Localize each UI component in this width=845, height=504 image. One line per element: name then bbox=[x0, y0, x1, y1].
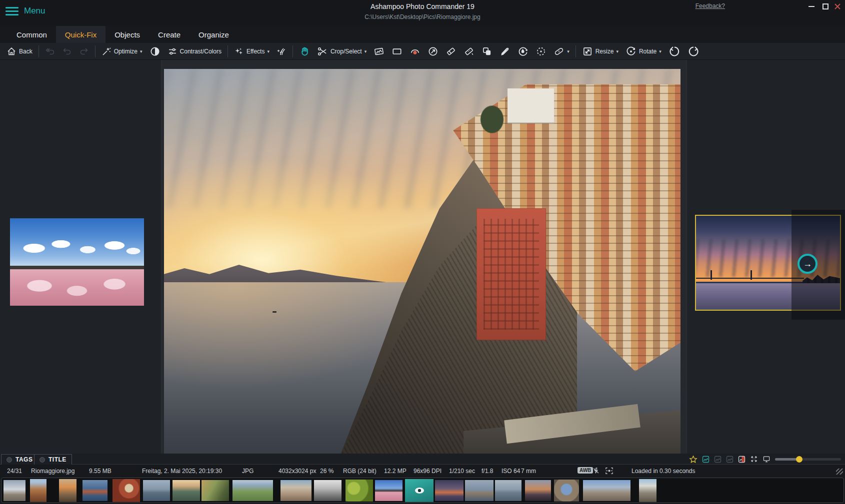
next-photo-arrow-button[interactable]: → bbox=[798, 254, 818, 274]
eraser-button[interactable] bbox=[442, 44, 460, 58]
current-photo-riomaggiore[interactable] bbox=[164, 69, 680, 457]
current-photo-eye-icon bbox=[415, 488, 424, 494]
clone-stamp-button[interactable] bbox=[478, 44, 496, 58]
thumb-floating-torii-gate[interactable] bbox=[143, 480, 170, 501]
thumb-stone-well-sky[interactable] bbox=[554, 480, 579, 502]
status-focal-length: 7 mm bbox=[521, 468, 536, 475]
chevron-down-icon bbox=[140, 49, 142, 54]
undo-all-icon bbox=[45, 46, 55, 56]
contrast-colors-button[interactable]: Contrast/Colors bbox=[164, 44, 225, 58]
filmstrip bbox=[1, 478, 844, 503]
tab-quick-fix[interactable]: Quick-Fix bbox=[56, 26, 106, 43]
flash-off-icon bbox=[592, 467, 600, 476]
quickfix-toolbar: Back Optimize bbox=[0, 43, 845, 60]
thumb-tree-branches[interactable] bbox=[202, 480, 229, 501]
view-mode-3-icon[interactable] bbox=[726, 456, 734, 463]
thumb-dusk-bay-bridge[interactable] bbox=[435, 480, 464, 501]
straighten-button[interactable] bbox=[370, 44, 388, 58]
monitor-icon[interactable] bbox=[762, 455, 770, 463]
back-button[interactable]: Back bbox=[3, 44, 36, 58]
redo-icon bbox=[79, 46, 89, 56]
undo-all-button[interactable] bbox=[42, 44, 58, 58]
contrast-icon bbox=[150, 46, 160, 57]
slider-knob[interactable] bbox=[796, 456, 802, 463]
thumb-rooftop-tower[interactable] bbox=[30, 479, 46, 502]
scissors-icon bbox=[317, 46, 328, 57]
thumb-bw-monastery[interactable] bbox=[314, 480, 342, 501]
thumbnail-size-slider[interactable] bbox=[775, 458, 841, 461]
view-mode-2-icon[interactable] bbox=[714, 456, 722, 463]
thumb-aerial-green-coast[interactable] bbox=[232, 480, 273, 501]
retouch-brush-button[interactable] bbox=[273, 44, 290, 58]
dotted-circle-icon bbox=[536, 46, 546, 57]
crop-select-button[interactable]: Crop/Select bbox=[314, 44, 370, 58]
maximize-button[interactable] bbox=[820, 1, 831, 11]
rect-select-button[interactable] bbox=[388, 44, 406, 58]
tags-toggle[interactable]: TAGS bbox=[1, 454, 38, 465]
thumb-alpine-lake-village[interactable] bbox=[465, 480, 494, 501]
red-eye-button[interactable] bbox=[406, 44, 424, 58]
rotate-left-button[interactable] bbox=[665, 44, 684, 58]
optimize-button[interactable]: Optimize bbox=[98, 44, 146, 58]
view-options-group bbox=[689, 454, 841, 464]
rotate-button[interactable]: Rotate bbox=[622, 44, 665, 58]
retouch-brush-icon bbox=[276, 46, 286, 56]
chevron-down-icon bbox=[567, 49, 570, 54]
saturation-dial-button[interactable] bbox=[514, 44, 532, 58]
title-bar: Menu Ashampoo Photo Commander 19 C:\User… bbox=[0, 0, 845, 26]
thumb-autumn-cityscape[interactable] bbox=[59, 479, 76, 502]
spot-area-button[interactable] bbox=[532, 44, 550, 58]
healing-patch-button[interactable] bbox=[550, 44, 573, 58]
thumb-mosaic-plates[interactable] bbox=[112, 479, 140, 502]
thumb-cloudy-coast-town[interactable] bbox=[4, 480, 26, 501]
thumb-lakeside-red-cottages[interactable] bbox=[82, 480, 108, 501]
thumb-pink-lake[interactable] bbox=[375, 480, 402, 501]
status-filename: Riomaggiore.jpg bbox=[31, 468, 74, 475]
rotate-ccw-icon bbox=[668, 45, 680, 57]
thumb-current-photo-selected[interactable] bbox=[405, 479, 434, 502]
undo-button[interactable] bbox=[58, 44, 76, 58]
favorite-star-icon[interactable] bbox=[689, 455, 698, 464]
previous-photo-preview[interactable] bbox=[10, 218, 144, 306]
view-mode-photo-active-icon[interactable] bbox=[702, 456, 710, 463]
thumb-dolomite-peaks[interactable] bbox=[583, 480, 630, 501]
chevron-down-icon bbox=[267, 49, 270, 54]
chevron-down-icon bbox=[616, 49, 618, 54]
thumb-mountain-waterfall[interactable] bbox=[172, 480, 200, 501]
auto-contrast-button[interactable] bbox=[146, 44, 164, 58]
status-dimensions: 4032x3024 px bbox=[278, 468, 316, 475]
thumb-waterfall-portrait[interactable] bbox=[639, 479, 656, 502]
tab-organize[interactable]: Organize bbox=[190, 26, 238, 43]
transform-button[interactable] bbox=[424, 44, 442, 58]
resize-button[interactable]: Resize bbox=[578, 44, 622, 58]
view-mode-compare-icon[interactable] bbox=[738, 456, 746, 463]
thumb-hanging-linens[interactable] bbox=[280, 480, 312, 501]
minimize-button[interactable] bbox=[806, 1, 817, 11]
fullscreen-icon[interactable] bbox=[750, 455, 758, 463]
tab-objects[interactable]: Objects bbox=[106, 26, 149, 43]
pan-tool-button[interactable] bbox=[296, 44, 314, 58]
pen-tool-button[interactable] bbox=[496, 44, 514, 58]
thumb-lily-pads[interactable] bbox=[346, 480, 373, 502]
status-iso: ISO 64 bbox=[502, 468, 520, 475]
tab-create[interactable]: Create bbox=[149, 26, 190, 43]
title-toggle[interactable]: TITLE bbox=[34, 454, 72, 465]
resize-grip[interactable] bbox=[836, 469, 843, 475]
tab-common[interactable]: Common bbox=[8, 26, 56, 43]
title-radio-icon bbox=[40, 457, 45, 463]
feedback-link[interactable]: Feedback? bbox=[696, 2, 725, 9]
pen-icon bbox=[500, 46, 510, 57]
status-megapixels: 12.2 MP bbox=[384, 468, 406, 475]
bandaid-icon bbox=[554, 46, 564, 57]
thumb-island-church-reflection[interactable] bbox=[495, 480, 522, 501]
rotate-right-button[interactable] bbox=[684, 44, 703, 58]
eraser-fill-button[interactable] bbox=[460, 44, 478, 58]
redo-button[interactable] bbox=[76, 44, 92, 58]
undo-icon bbox=[62, 46, 72, 56]
resize-icon bbox=[582, 46, 593, 57]
straighten-photo-icon bbox=[374, 46, 384, 57]
effects-button[interactable]: Effects bbox=[230, 44, 273, 58]
thumb-sunset-palms[interactable] bbox=[525, 480, 551, 501]
home-icon bbox=[6, 46, 16, 56]
close-button[interactable] bbox=[832, 1, 843, 11]
